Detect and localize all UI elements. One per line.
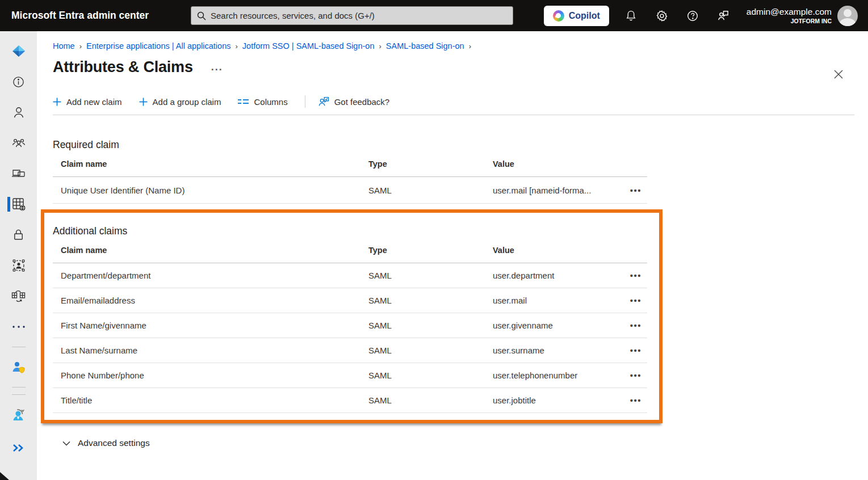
identity-governance-icon [11, 258, 26, 273]
claim-name-cell: Email/emailaddress [53, 296, 368, 305]
copilot-icon [553, 10, 564, 22]
sidebar-divider [12, 347, 26, 347]
claim-name-cell: Last Name/surname [53, 346, 368, 355]
row-actions-ellipsis-icon[interactable]: ••• [630, 398, 641, 403]
columns-icon [238, 98, 249, 105]
sidebar-item-home-entra-logo[interactable] [0, 38, 37, 64]
avatar[interactable] [837, 6, 858, 26]
enterprise-apps-icon [11, 197, 26, 212]
title-overflow-menu-icon[interactable]: ··· [211, 62, 223, 73]
cross-tenant-sync-icon [11, 289, 26, 304]
highlight-box: Additional claims Claim name Type Value … [41, 209, 662, 423]
row-actions-ellipsis-icon[interactable]: ••• [630, 298, 641, 304]
required-claim-heading: Required claim [53, 139, 868, 151]
breadcrumb-saml-signon[interactable]: SAML-based Sign-on [386, 41, 464, 50]
chevron-down-icon [62, 441, 70, 446]
required-claim-table: Claim name Type Value Unique User Identi… [53, 151, 647, 204]
sidebar-item-enterprise-applications[interactable] [0, 191, 37, 217]
account-email: admin@example.com [747, 6, 832, 17]
got-feedback-button[interactable]: Got feedback? [318, 96, 390, 107]
entra-logo-icon [11, 44, 26, 58]
feedback-person-icon [318, 96, 329, 107]
sidebar-item-identity-governance[interactable] [0, 252, 37, 279]
breadcrumb: Home › Enterprise applications | All app… [37, 31, 868, 50]
top-app-bar: Microsoft Entra admin center Copilot [0, 0, 868, 31]
row-actions-ellipsis-icon[interactable]: ••• [630, 373, 641, 378]
toolbar-divider [305, 95, 305, 108]
row-actions-ellipsis-icon[interactable]: ••• [630, 348, 641, 353]
sidebar-item-external-identities[interactable] [0, 283, 37, 309]
app-title: Microsoft Entra admin center [0, 10, 182, 22]
type-cell: SAML [368, 296, 493, 305]
breadcrumb-jotform-sso[interactable]: Jotform SSO | SAML-based Sign-on [242, 41, 375, 50]
table-header-row: Claim name Type Value [53, 151, 647, 177]
sidebar-item-show-more[interactable] [0, 314, 37, 340]
learn-support-user-icon [11, 407, 26, 422]
advanced-settings-toggle[interactable]: Advanced settings [62, 438, 868, 448]
row-actions-ellipsis-icon[interactable]: ••• [630, 273, 641, 279]
table-row: Title/title SAML user.jobtitle ••• [53, 388, 647, 413]
protection-user-shield-icon [11, 360, 26, 374]
type-cell: SAML [368, 186, 493, 195]
claim-name-cell: Title/title [53, 395, 368, 405]
devices-icon [11, 167, 26, 180]
expand-chevrons-icon [12, 444, 25, 452]
column-header-type: Type [368, 246, 493, 255]
breadcrumb-enterprise-applications[interactable]: Enterprise applications | All applicatio… [86, 41, 230, 50]
add-new-claim-button[interactable]: Add new claim [53, 97, 122, 107]
toolbar-rule [53, 115, 854, 115]
value-cell: user.telephonenumber [493, 370, 615, 380]
settings-gear-icon[interactable] [647, 0, 677, 31]
columns-button[interactable]: Columns [238, 97, 287, 107]
advanced-settings-label: Advanced settings [78, 438, 150, 448]
breadcrumb-home[interactable]: Home [53, 41, 75, 50]
sidebar-item-protect-and-secure[interactable] [0, 354, 37, 380]
search-icon [197, 11, 206, 20]
value-cell: user.givenname [493, 321, 615, 330]
type-cell: SAML [368, 395, 493, 405]
more-ellipsis-icon [12, 325, 26, 329]
column-header-claim-name: Claim name [53, 246, 368, 255]
claim-name-cell: Department/department [53, 271, 368, 280]
table-row: Department/department SAML user.departme… [53, 263, 647, 288]
value-cell: user.surname [493, 346, 615, 355]
copilot-button[interactable]: Copilot [544, 6, 609, 26]
sidebar-item-protection[interactable] [0, 222, 37, 248]
sidebar-divider [12, 394, 26, 395]
account-info[interactable]: admin@example.com JOTFORM INC [747, 6, 832, 25]
add-group-claim-button[interactable]: Add a group claim [139, 97, 221, 107]
row-actions-ellipsis-icon[interactable]: ••• [630, 323, 641, 329]
sidebar-divider [12, 387, 26, 388]
help-icon[interactable] [677, 0, 708, 31]
sidebar-item-users[interactable] [0, 99, 37, 125]
global-search[interactable] [191, 6, 513, 25]
user-icon [12, 106, 26, 119]
sidebar-item-groups[interactable] [0, 130, 37, 156]
users-group-icon [11, 136, 26, 150]
sidebar-item-overview[interactable] [0, 69, 37, 95]
value-cell: user.department [493, 271, 615, 280]
table-row: Unique User Identifier (Name ID) SAML us… [53, 177, 647, 204]
cursor-artifact [0, 472, 9, 480]
sidebar-expand-button[interactable] [0, 435, 37, 461]
breadcrumb-separator: › [234, 42, 238, 50]
column-header-value: Value [493, 159, 615, 169]
sidebar-item-devices[interactable] [0, 161, 37, 187]
value-cell: user.jobtitle [493, 395, 615, 405]
close-icon[interactable] [831, 66, 846, 82]
type-cell: SAML [368, 370, 493, 380]
account-org: JOTFORM INC [747, 18, 832, 25]
column-header-claim-name: Claim name [53, 159, 368, 169]
type-cell: SAML [368, 271, 493, 280]
claim-name-cell: First Name/givenname [53, 321, 368, 330]
type-cell: SAML [368, 346, 493, 355]
feedback-icon[interactable] [708, 0, 739, 31]
plus-icon [139, 98, 148, 106]
claim-name-cell: Unique User Identifier (Name ID) [53, 186, 368, 195]
row-actions-ellipsis-icon[interactable]: ••• [630, 188, 641, 193]
search-input[interactable] [211, 11, 507, 20]
page-title: Attributes & Claims [53, 58, 193, 76]
breadcrumb-separator: › [79, 42, 82, 50]
sidebar-item-learn-support[interactable] [0, 402, 37, 428]
notifications-bell-icon[interactable] [616, 0, 647, 31]
